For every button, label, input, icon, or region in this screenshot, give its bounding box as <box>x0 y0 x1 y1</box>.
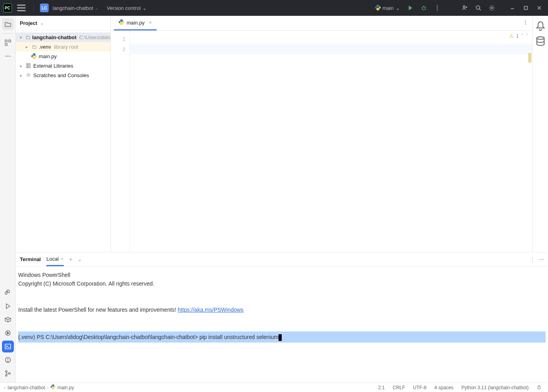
tree-venv-folder[interactable]: 🗀 .venv library root <box>16 42 110 51</box>
problems-tool-icon[interactable] <box>2 354 14 366</box>
folder-icon: 🗀 <box>25 34 31 40</box>
project-header-label: Project <box>20 20 37 26</box>
new-terminal-icon[interactable]: + <box>69 256 72 262</box>
svg-point-28 <box>7 56 8 57</box>
terminal-tab-header[interactable]: Terminal <box>20 253 41 265</box>
project-tool-icon[interactable] <box>2 18 14 30</box>
tree-root-folder[interactable]: 🗀 langchain-chatbot C:\Users\dido <box>16 32 110 42</box>
services-tool-icon[interactable] <box>2 327 14 339</box>
terminal-line: Install the latest PowerShell for new fe… <box>18 305 546 314</box>
chevron-down-icon: ⌄ <box>40 21 44 25</box>
svg-point-11 <box>437 6 438 7</box>
more-tools-icon[interactable] <box>2 50 14 62</box>
svg-rect-26 <box>5 44 7 45</box>
version-control-menu[interactable]: Version control ⌄ <box>107 5 147 11</box>
run-config-label: main <box>383 5 394 11</box>
tree-scratches[interactable]: Scratches and Consoles <box>16 70 110 80</box>
minimize-window-icon[interactable] <box>507 2 518 13</box>
tree-node-label: .venv <box>39 44 51 50</box>
editor-tab-main[interactable]: main.py × <box>114 16 157 30</box>
tree-node-label: External Libraries <box>33 63 73 69</box>
chevron-down-icon: ⌄ <box>95 6 98 10</box>
terminal-link[interactable]: https://aka.ms/PSWindows <box>178 307 244 313</box>
svg-line-7 <box>422 7 423 8</box>
run-button[interactable] <box>405 2 416 13</box>
svg-point-5 <box>422 7 425 10</box>
breadcrumb[interactable]: ▫ langchain-chatbot › main.py <box>4 384 74 390</box>
structure-tool-icon[interactable] <box>2 37 14 49</box>
terminal-line: Windows PowerShell <box>18 271 546 279</box>
python-console-icon[interactable] <box>2 287 14 299</box>
expand-icon[interactable] <box>24 45 29 49</box>
notifications-icon[interactable] <box>535 21 546 32</box>
close-window-icon[interactable] <box>534 2 545 13</box>
tab-label: main.py <box>127 20 145 26</box>
editor-gutter: 1 2 <box>111 31 130 252</box>
expand-icon[interactable] <box>18 73 24 78</box>
search-icon[interactable] <box>473 2 484 13</box>
svg-point-29 <box>9 56 10 57</box>
chevron-down-icon: ⌄ <box>396 5 400 11</box>
run-tool-icon[interactable] <box>2 300 14 312</box>
indent-config[interactable]: 4 spaces <box>432 385 456 390</box>
database-tool-icon[interactable] <box>535 36 546 47</box>
tree-external-libraries[interactable]: External Libraries <box>16 61 110 70</box>
vcs-tool-icon[interactable] <box>2 367 14 379</box>
svg-point-14 <box>463 6 465 8</box>
project-dropdown[interactable]: langchain-chatbot ⌄ <box>53 5 98 11</box>
project-name-label: langchain-chatbot <box>53 5 93 11</box>
line-separator[interactable]: CRLF <box>391 385 408 390</box>
terminal-prompt-line[interactable]: (.venv) PS C:\Users\didog\Desktop\langch… <box>18 331 546 343</box>
close-terminal-tab-icon[interactable]: × <box>61 256 64 262</box>
expand-icon[interactable] <box>18 35 23 40</box>
svg-point-36 <box>6 371 7 372</box>
svg-point-27 <box>5 56 6 57</box>
terminal-output[interactable]: Windows PowerShell Copyright (C) Microso… <box>16 267 548 386</box>
python-packages-icon[interactable] <box>2 314 14 326</box>
svg-point-38 <box>9 373 10 374</box>
svg-rect-41 <box>29 64 30 68</box>
python-file-icon <box>31 53 37 59</box>
hide-terminal-icon[interactable]: — <box>539 256 544 262</box>
editor-more-icon[interactable] <box>523 20 528 27</box>
svg-line-18 <box>480 9 481 11</box>
svg-point-42 <box>525 20 526 21</box>
file-encoding[interactable]: UTF-8 <box>411 385 429 390</box>
warning-indicator-icon[interactable]: ⚠ <box>509 33 514 39</box>
python-interpreter[interactable]: Python 3.11 (langchain-chatbot) <box>459 385 531 390</box>
close-tab-icon[interactable]: × <box>149 19 152 26</box>
svg-rect-24 <box>5 40 7 42</box>
debug-button[interactable] <box>418 2 429 13</box>
project-panel-header[interactable]: Project ⌄ <box>16 16 110 31</box>
scratches-icon <box>25 72 32 78</box>
tree-file-main[interactable]: main.py <box>16 51 110 61</box>
terminal-options-icon[interactable]: ⋮ <box>530 256 535 262</box>
editor-code-area[interactable] <box>130 31 532 252</box>
settings-gear-icon[interactable] <box>486 2 497 13</box>
more-actions-icon[interactable] <box>432 2 443 13</box>
editor-marker-strip[interactable] <box>527 31 532 252</box>
tree-node-label: langchain-chatbot <box>32 34 76 40</box>
maximize-window-icon[interactable] <box>520 2 531 13</box>
terminal-cursor <box>279 334 282 341</box>
svg-rect-46 <box>538 386 540 389</box>
breadcrumb-item: main.py <box>57 385 74 390</box>
terminal-tool-icon[interactable] <box>2 341 14 352</box>
terminal-dropdown-icon[interactable]: ⌄ <box>78 256 82 262</box>
prev-highlight-icon[interactable]: ˄ <box>521 33 523 39</box>
code-with-me-icon[interactable] <box>459 2 470 13</box>
terminal-tab-label: Local <box>46 256 59 262</box>
svg-point-13 <box>437 9 438 11</box>
chevron-down-icon: ⌄ <box>142 5 147 11</box>
svg-rect-39 <box>27 64 28 68</box>
main-menu-icon[interactable] <box>16 2 27 13</box>
editor-body[interactable]: 1 2 ⚠ 1 ˄ ˅ <box>111 31 532 252</box>
cursor-position[interactable]: 2:1 <box>376 385 387 390</box>
run-configuration-dropdown[interactable]: main ⌄ <box>375 5 400 11</box>
svg-point-3 <box>377 5 377 6</box>
libraries-icon <box>25 63 32 68</box>
readonly-toggle-icon[interactable] <box>534 384 544 391</box>
expand-icon[interactable] <box>18 64 24 68</box>
terminal-tab-local[interactable]: Local × <box>46 253 64 266</box>
tree-node-label: main.py <box>39 53 57 59</box>
